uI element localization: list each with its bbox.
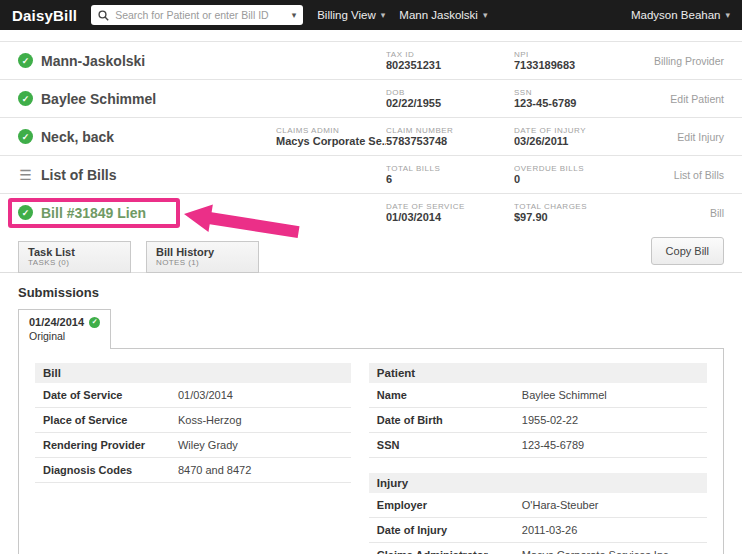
submission-type: Original [29,330,100,342]
dob-label: DOB [386,88,514,97]
patient-section: Patient Name Baylee Schimmel Date of Bir… [369,363,707,458]
organization-label: Mann Jaskolski [399,9,478,21]
table-row: Name Baylee Schimmel [369,383,707,408]
detail-label: Claims Administrator [377,549,522,554]
detail-value: 1955-02-22 [522,414,699,426]
search-icon [98,10,109,21]
chevron-down-icon: ▾ [725,10,730,20]
check-circle-icon: ✓ [18,91,33,106]
check-circle-icon: ✓ [18,205,33,220]
list-of-bills-link[interactable]: List of Bills [41,167,116,183]
detail-value: 8470 and 8472 [178,464,343,476]
bill-history-count: NOTES (1) [156,258,249,267]
claims-admin-label: CLAIMS ADMIN [276,126,386,135]
detail-label: Diagnosis Codes [43,464,178,476]
search-caret-icon[interactable]: ▾ [292,10,297,20]
injury-name-link[interactable]: Neck, back [41,129,114,145]
chevron-down-icon: ▾ [381,10,386,20]
billing-view-menu[interactable]: Billing View ▾ [317,9,385,21]
submission-date: 01/24/2014 [29,316,84,328]
user-name-label: Madyson Beahan [631,9,721,21]
table-row: Date of Injury 2011-03-26 [369,518,707,543]
detail-label: Date of Birth [377,414,522,426]
detail-value: 01/03/2014 [178,389,343,401]
task-list-tab[interactable]: Task List TASKS (0) [18,241,131,273]
table-row: Claims Administrator Macys Corporate Ser… [369,543,707,554]
tax-id-label: TAX ID [386,50,514,59]
ssn-column: SSN 123-45-6789 [514,88,644,109]
claim-number-label: CLAIM NUMBER [386,126,514,135]
claim-number-value: 5783753748 [386,135,514,147]
injury-section: Injury Employer O'Hara-Steuber Date of I… [369,473,707,554]
bill-history-tab[interactable]: Bill History NOTES (1) [146,241,259,273]
table-row: Date of Service 01/03/2014 [35,383,351,408]
bill-toolbar: Task List TASKS (0) Bill History NOTES (… [0,231,742,273]
claim-number-column: CLAIM NUMBER 5783753748 [386,126,514,147]
detail-label: Date of Injury [377,524,522,536]
date-of-service-label: DATE OF SERVICE [386,202,514,211]
search-input[interactable] [115,9,285,21]
detail-value: Macys Corporate Services Inc [522,549,699,554]
bill-title-link[interactable]: Bill #31849 Lien [41,205,146,221]
date-of-injury-label: DATE OF INJURY [514,126,644,135]
provider-name-link[interactable]: Mann-Jaskolski [41,53,145,69]
rows-gap [0,30,742,41]
table-row: Rendering Provider Wiley Grady [35,433,351,458]
summary-row-list-of-bills: ☰ List of Bills TOTAL BILLS 6 OVERDUE BI… [0,155,742,193]
list-icon: ☰ [18,167,33,183]
list-of-bills-action-link[interactable]: List of Bills [644,169,724,181]
detail-value: 123-45-6789 [522,439,699,451]
bill-section: Bill Date of Service 01/03/2014 Place of… [35,363,351,483]
edit-injury-link[interactable]: Edit Injury [644,131,724,143]
global-search[interactable]: ▾ [91,5,303,25]
copy-bill-button[interactable]: Copy Bill [651,237,724,265]
total-bills-label: TOTAL BILLS [386,164,514,173]
billing-view-label: Billing View [317,9,376,21]
detail-label: Rendering Provider [43,439,178,451]
summary-row-bill: ✓ Bill #31849 Lien DATE OF SERVICE 01/03… [0,193,742,231]
detail-column-right: Patient Name Baylee Schimmel Date of Bir… [369,363,707,554]
date-of-injury-value: 03/26/2011 [514,135,644,147]
check-circle-icon: ✓ [89,317,100,328]
brand-logo[interactable]: DaisyBill [12,7,77,24]
detail-value: Koss-Herzog [178,414,343,426]
submission-detail-panel: Bill Date of Service 01/03/2014 Place of… [18,348,724,554]
check-circle-icon: ✓ [18,53,33,68]
dob-value: 02/22/1955 [386,97,514,109]
detail-label: Name [377,389,522,401]
tax-id-column: TAX ID 802351231 [386,50,514,71]
user-menu[interactable]: Madyson Beahan ▾ [631,9,730,21]
submission-tab-original[interactable]: 01/24/2014 ✓ Original [18,309,111,349]
bill-history-label: Bill History [156,246,249,258]
overdue-bills-label: OVERDUE BILLS [514,164,644,173]
dob-column: DOB 02/22/1955 [386,88,514,109]
detail-label: SSN [377,439,522,451]
summary-row-billing-provider: ✓ Mann-Jaskolski TAX ID 802351231 NPI 71… [0,41,742,79]
organization-menu[interactable]: Mann Jaskolski ▾ [399,9,487,21]
date-of-service-value: 01/03/2014 [386,211,514,223]
detail-label: Employer [377,499,522,511]
overdue-bills-value: 0 [514,173,644,185]
npi-label: NPI [514,50,644,59]
task-list-label: Task List [28,246,121,258]
detail-value: Wiley Grady [178,439,343,451]
detail-value: Baylee Schimmel [522,389,699,401]
submissions-heading: Submissions [18,285,724,300]
total-bills-value: 6 [386,173,514,185]
table-row: Place of Service Koss-Herzog [35,408,351,433]
table-row: Employer O'Hara-Steuber [369,493,707,518]
claims-admin-column: CLAIMS ADMIN Macys Corporate Se... [276,126,386,147]
total-charges-value: $97.90 [514,211,644,223]
patient-name-link[interactable]: Baylee Schimmel [41,91,156,107]
detail-value: O'Hara-Steuber [522,499,699,511]
date-of-injury-column: DATE OF INJURY 03/26/2011 [514,126,644,147]
claims-admin-value: Macys Corporate Se... [276,135,386,147]
task-list-count: TASKS (0) [28,258,121,267]
bill-action-link[interactable]: Bill [644,207,724,219]
npi-column: NPI 7133189683 [514,50,644,71]
total-charges-column: TOTAL CHARGES $97.90 [514,202,644,223]
edit-patient-link[interactable]: Edit Patient [644,93,724,105]
billing-provider-link[interactable]: Billing Provider [644,55,724,67]
detail-label: Place of Service [43,414,178,426]
table-row: Diagnosis Codes 8470 and 8472 [35,458,351,483]
